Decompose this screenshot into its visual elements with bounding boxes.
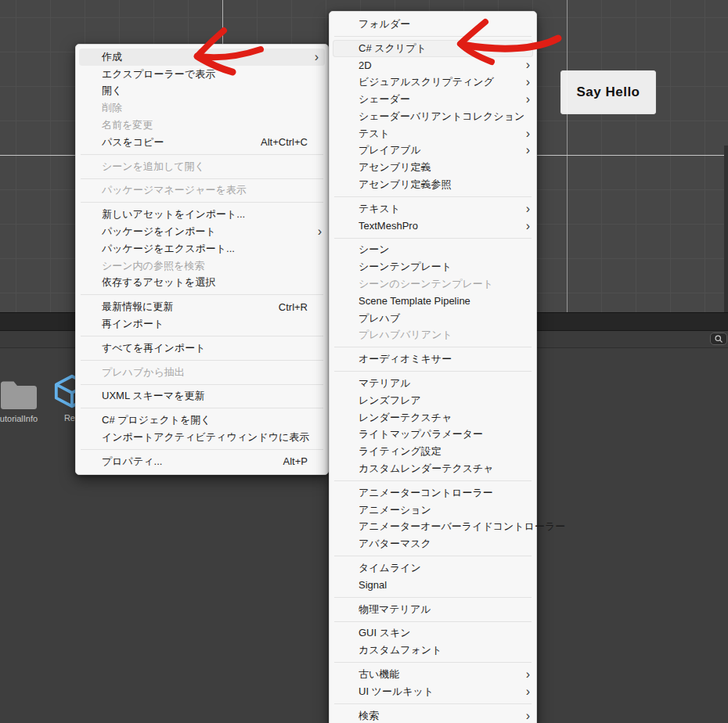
- create-submenu: フォルダー › C# スクリプト › 2D › ビジュアルスクリプティング ›: [329, 11, 537, 723]
- menu-item[interactable]: アセンブリ定義 ›: [330, 159, 536, 176]
- menu-item[interactable]: 最新情報に更新 Ctrl+R ›: [76, 298, 328, 315]
- menu-item[interactable]: テスト ›: [330, 125, 536, 142]
- submenu-arrow-icon: ›: [517, 59, 530, 71]
- say-hello-label: Say Hello: [576, 85, 640, 100]
- menu-separator: [334, 662, 532, 663]
- menu-separator: [81, 202, 323, 203]
- menu-item[interactable]: 物理マテリアル ›: [330, 601, 536, 618]
- menu-separator: [334, 36, 532, 37]
- menu-item[interactable]: プレハブバリアント ›: [330, 327, 536, 344]
- submenu-arrow-icon: ›: [306, 51, 319, 63]
- scene-scrollbar[interactable]: [724, 146, 728, 312]
- menu-item[interactable]: GUI スキン ›: [330, 625, 536, 642]
- menu-separator: [334, 196, 532, 197]
- menu-item[interactable]: プレハブ ›: [330, 310, 536, 327]
- context-menu-items: 作成 › エクスプローラーで表示 › 開く › 削除 › 名前を変更: [76, 49, 328, 470]
- menu-item[interactable]: 名前を変更 ›: [76, 117, 328, 134]
- menu-item[interactable]: すべてを再インポート ›: [76, 340, 328, 357]
- menu-item[interactable]: Signal ›: [330, 577, 536, 594]
- menu-item[interactable]: 2D ›: [330, 57, 536, 74]
- menu-item[interactable]: アバターマスク ›: [330, 535, 536, 552]
- menu-item[interactable]: UI ツールキット ›: [330, 683, 536, 700]
- submenu-arrow-icon: ›: [517, 76, 530, 88]
- menu-item[interactable]: ライティング設定 ›: [330, 443, 536, 460]
- menu-item[interactable]: C# スクリプト ›: [333, 40, 533, 57]
- menu-item[interactable]: シーンのシーンテンプレート ›: [330, 275, 536, 293]
- menu-item[interactable]: マテリアル ›: [330, 375, 536, 392]
- menu-item[interactable]: アニメーション ›: [330, 502, 536, 519]
- menu-separator: [334, 556, 532, 556]
- menu-item[interactable]: Scene Template Pipeline ›: [330, 293, 536, 310]
- menu-item[interactable]: インポートアクティビティウィンドウに表示 ›: [76, 429, 328, 446]
- menu-separator: [81, 336, 323, 336]
- search-button[interactable]: [710, 333, 727, 345]
- menu-separator: [334, 703, 532, 704]
- asset-label: utorialInfo: [0, 414, 38, 423]
- menu-separator: [334, 238, 532, 239]
- canvas-guide-vertical: [567, 0, 568, 312]
- menu-item[interactable]: アニメーターコントローラー ›: [330, 484, 536, 502]
- shortcut-label: Alt+Ctrl+C: [261, 136, 309, 148]
- submenu-arrow-icon: ›: [309, 225, 322, 238]
- menu-separator: [334, 597, 532, 598]
- menu-item[interactable]: テキスト ›: [330, 200, 536, 218]
- menu-item[interactable]: ライトマップパラメーター ›: [330, 426, 536, 444]
- menu-item[interactable]: シーンテンプレート ›: [330, 258, 536, 275]
- menu-separator: [334, 371, 532, 372]
- menu-item[interactable]: 開く ›: [76, 83, 328, 100]
- search-icon: [714, 334, 723, 344]
- menu-item[interactable]: カスタムレンダーテクスチャ ›: [330, 460, 536, 477]
- say-hello-button[interactable]: Say Hello: [560, 70, 656, 114]
- submenu-arrow-icon: ›: [517, 220, 530, 232]
- menu-item[interactable]: アセンブリ定義参照 ›: [330, 176, 536, 193]
- menu-item[interactable]: 作成 ›: [79, 49, 325, 66]
- menu-item[interactable]: レンダーテクスチャ ›: [330, 409, 536, 426]
- menu-separator: [81, 449, 323, 450]
- menu-item[interactable]: シェーダー ›: [330, 91, 536, 108]
- menu-item[interactable]: 削除 ›: [76, 99, 328, 117]
- submenu-arrow-icon: ›: [517, 203, 530, 215]
- menu-item[interactable]: 新しいアセットをインポート... ›: [76, 206, 328, 223]
- context-menu: 作成 › エクスプローラーで表示 › 開く › 削除 › 名前を変更: [75, 44, 329, 475]
- menu-item[interactable]: オーディオミキサー ›: [330, 351, 536, 368]
- menu-item[interactable]: UXML スキーマを更新 ›: [76, 388, 328, 405]
- menu-separator: [81, 178, 323, 179]
- menu-item[interactable]: パッケージをインポート ›: [76, 223, 328, 240]
- menu-item[interactable]: レンズフレア ›: [330, 392, 536, 409]
- menu-item[interactable]: パスをコピー Alt+Ctrl+C ›: [76, 134, 328, 151]
- submenu-arrow-icon: ›: [517, 685, 530, 698]
- menu-item[interactable]: プレハブから抽出 ›: [76, 364, 328, 381]
- menu-item[interactable]: TextMeshPro ›: [330, 218, 536, 235]
- menu-item[interactable]: 古い機能 ›: [330, 666, 536, 683]
- menu-separator: [334, 480, 532, 481]
- submenu-arrow-icon: ›: [517, 144, 530, 156]
- menu-item[interactable]: シェーダーバリアントコレクション ›: [330, 108, 536, 125]
- menu-separator: [81, 408, 323, 408]
- submenu-arrow-icon: ›: [517, 93, 530, 106]
- submenu-arrow-icon: ›: [517, 668, 530, 681]
- menu-item[interactable]: カスタムフォント ›: [330, 642, 536, 659]
- menu-separator: [81, 384, 323, 385]
- shortcut-label: Ctrl+R: [279, 301, 309, 313]
- submenu-arrow-icon: ›: [517, 128, 530, 140]
- menu-item[interactable]: 再インポート ›: [76, 315, 328, 333]
- menu-item[interactable]: フォルダー ›: [330, 16, 536, 33]
- menu-item[interactable]: プレイアブル ›: [330, 142, 536, 160]
- menu-item[interactable]: シーン内の参照を検索 ›: [76, 257, 328, 275]
- menu-item[interactable]: プロパティ... Alt+P ›: [76, 453, 328, 470]
- menu-item[interactable]: ビジュアルスクリプティング ›: [330, 74, 536, 91]
- menu-item[interactable]: タイムライン ›: [330, 559, 536, 577]
- create-submenu-items: フォルダー › C# スクリプト › 2D › ビジュアルスクリプティング ›: [330, 16, 536, 723]
- menu-item[interactable]: アニメーターオーバーライドコントローラー ›: [330, 519, 536, 536]
- menu-item[interactable]: エクスプローラーで表示 ›: [76, 66, 328, 83]
- menu-separator: [81, 360, 323, 361]
- menu-item[interactable]: 依存するアセットを選択 ›: [76, 275, 328, 292]
- menu-item[interactable]: パッケージマネージャーを表示 ›: [76, 182, 328, 200]
- menu-item[interactable]: パッケージをエクスポート... ›: [76, 240, 328, 257]
- menu-item[interactable]: シーンを追加して開く ›: [76, 158, 328, 175]
- shortcut-label: Alt+P: [283, 455, 309, 467]
- asset-tutorialinfo-folder[interactable]: utorialInfo: [0, 379, 39, 423]
- menu-item[interactable]: 検索 ›: [330, 707, 536, 723]
- menu-item[interactable]: シーン ›: [330, 242, 536, 259]
- menu-item[interactable]: C# プロジェクトを開く ›: [76, 412, 328, 429]
